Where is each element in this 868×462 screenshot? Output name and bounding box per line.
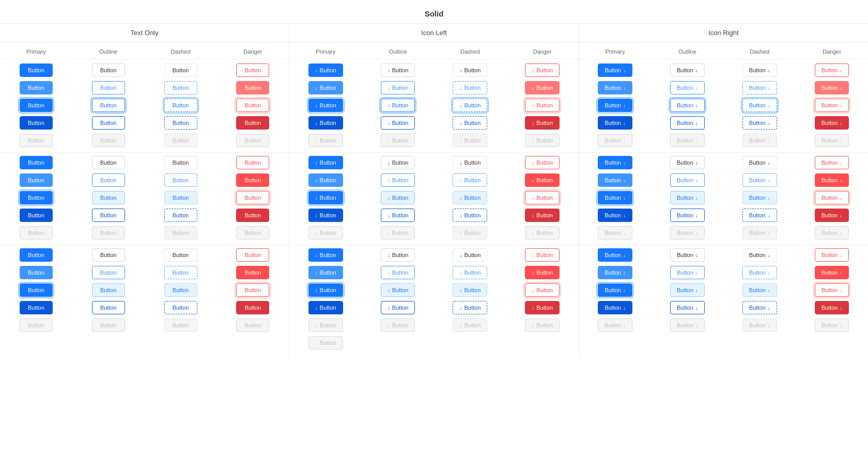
btn-ir-primary-2[interactable]: Button ↓ — [598, 81, 632, 94]
btn-il-danger-13[interactable]: ↓ Button — [525, 283, 560, 297]
btn-dashed-3[interactable]: Button — [164, 248, 197, 262]
btn-dashed-focus-2[interactable]: Button — [164, 191, 197, 204]
btn-dashed-2[interactable]: Button — [164, 156, 197, 169]
btn-il-danger-3[interactable]: ↓ Button — [525, 99, 560, 112]
btn-ir-primary-8[interactable]: Button ↓ — [598, 191, 632, 204]
btn-primary-active-2[interactable]: Button — [20, 209, 53, 222]
btn-il-outline-3[interactable]: ↓ Button — [381, 99, 415, 112]
btn-primary-2[interactable]: Button — [20, 156, 53, 169]
btn-il-primary-14[interactable]: ↓ Button — [308, 301, 343, 314]
btn-outline-active[interactable]: Button — [92, 116, 125, 130]
btn-ir-dashed-6[interactable]: Button ↓ — [742, 156, 777, 169]
btn-danger-2[interactable]: Button — [236, 156, 269, 169]
btn-il-primary-4[interactable]: ↓ Button — [308, 116, 343, 130]
btn-ir-outline-12[interactable]: Button ↓ — [670, 266, 705, 279]
btn-ir-danger-13[interactable]: Button ↓ — [815, 283, 849, 297]
btn-il-danger-2[interactable]: ↓ Button — [525, 81, 560, 94]
btn-danger-focus-3[interactable]: Button — [236, 283, 269, 297]
btn-il-outline-14[interactable]: ↓ Button — [381, 301, 415, 314]
btn-ir-primary-12[interactable]: Button ↓ — [598, 266, 632, 279]
btn-danger-active[interactable]: Button — [236, 116, 269, 130]
btn-danger-default[interactable]: Button — [236, 63, 269, 77]
btn-primary-active-3[interactable]: Button — [20, 301, 53, 314]
btn-ir-primary-1[interactable]: Button ↓ — [598, 63, 632, 77]
btn-outline-hover-3[interactable]: Button — [92, 266, 125, 279]
btn-outline-hover[interactable]: Button — [92, 81, 125, 94]
btn-dashed-hover-2[interactable]: Button — [164, 173, 197, 187]
btn-danger-hover[interactable]: Button — [236, 81, 269, 94]
btn-il-danger-1[interactable]: ↓ Button — [525, 63, 560, 77]
btn-ir-outline-6[interactable]: Button ↓ — [670, 156, 705, 169]
btn-ir-primary-11[interactable]: Button ↓ — [598, 248, 632, 262]
btn-ir-dashed-13[interactable]: Button ↓ — [742, 283, 777, 297]
btn-outline-active-3[interactable]: Button — [92, 301, 125, 314]
btn-ir-danger-11[interactable]: Button ↓ — [815, 248, 849, 262]
btn-ir-dashed-7[interactable]: Button ↓ — [742, 173, 777, 187]
btn-dashed-default[interactable]: Button — [164, 63, 197, 77]
btn-il-outline-13[interactable]: ↓ Button — [381, 283, 415, 297]
btn-il-primary-6[interactable]: ↓ Button — [308, 156, 343, 169]
btn-ir-primary-4[interactable]: Button ↓ — [598, 116, 632, 130]
btn-ir-dashed-4[interactable]: Button ↓ — [742, 116, 777, 130]
btn-primary-hover-2[interactable]: Button — [20, 173, 53, 187]
btn-dashed-focus[interactable]: Button — [164, 99, 197, 112]
btn-il-outline-9[interactable]: ↓ Button — [381, 209, 415, 222]
btn-il-primary-13[interactable]: ↓ Button — [308, 283, 343, 297]
btn-primary-active[interactable]: Button — [20, 116, 53, 130]
btn-primary-focus-3[interactable]: Button — [20, 283, 53, 297]
btn-ir-danger-12[interactable]: Button ↓ — [815, 266, 849, 279]
btn-ir-outline-3[interactable]: Button ↓ — [670, 99, 705, 112]
btn-il-danger-12[interactable]: ↓ Button — [525, 266, 560, 279]
btn-il-dashed-2[interactable]: ↓ Button — [453, 81, 487, 94]
btn-primary-hover[interactable]: Button — [20, 81, 53, 94]
btn-ir-danger-9[interactable]: Button ↓ — [815, 209, 849, 222]
btn-danger-3[interactable]: Button — [236, 248, 269, 262]
btn-ir-primary-6[interactable]: Button ↓ — [598, 156, 632, 169]
btn-il-outline-1[interactable]: ↓ Button — [381, 63, 415, 77]
btn-ir-danger-6[interactable]: Button ↓ — [815, 156, 849, 169]
btn-outline-default[interactable]: Button — [92, 63, 125, 77]
btn-ir-danger-14[interactable]: Button ↓ — [815, 301, 849, 314]
btn-il-danger-14[interactable]: ↓ Button — [525, 301, 560, 314]
btn-ir-outline-1[interactable]: Button ↓ — [670, 63, 705, 77]
btn-ir-outline-7[interactable]: Button ↓ — [670, 173, 705, 187]
btn-ir-primary-13[interactable]: Button ↓ — [598, 283, 632, 297]
btn-il-outline-6[interactable]: ↓ Button — [381, 156, 415, 169]
btn-primary-hover-3[interactable]: Button — [20, 266, 53, 279]
btn-il-dashed-3[interactable]: ↓ Button — [453, 99, 487, 112]
btn-danger-filled-3[interactable]: Button — [236, 266, 269, 279]
btn-il-dashed-14[interactable]: ↓ Button — [453, 301, 487, 314]
btn-dashed-hover-3[interactable]: Button — [164, 266, 197, 279]
btn-il-outline-8[interactable]: ↓ Button — [381, 191, 415, 204]
btn-dashed-active-2[interactable]: Button — [164, 209, 197, 222]
btn-il-dashed-8[interactable]: ↓ Button — [453, 191, 487, 204]
btn-ir-danger-4[interactable]: Button ↓ — [815, 116, 849, 130]
btn-ir-dashed-11[interactable]: Button ↓ — [742, 248, 777, 262]
btn-ir-outline-11[interactable]: Button ↓ — [670, 248, 705, 262]
btn-il-dashed-6[interactable]: ↓ Button — [453, 156, 487, 169]
btn-il-dashed-11[interactable]: ↓ Button — [453, 248, 487, 262]
btn-ir-dashed-12[interactable]: Button ↓ — [742, 266, 777, 279]
btn-il-outline-2[interactable]: ↓ Button — [381, 81, 415, 94]
btn-ir-dashed-9[interactable]: Button ↓ — [742, 209, 777, 222]
btn-primary-default[interactable]: Button — [20, 63, 53, 77]
btn-ir-outline-4[interactable]: Button ↓ — [670, 116, 705, 130]
btn-outline-3[interactable]: Button — [92, 248, 125, 262]
btn-ir-outline-2[interactable]: Button ↓ — [670, 81, 705, 94]
btn-ir-outline-13[interactable]: Button ↓ — [670, 283, 705, 297]
btn-dashed-focus-3[interactable]: Button — [164, 283, 197, 297]
btn-outline-2[interactable]: Button — [92, 156, 125, 169]
btn-il-primary-11[interactable]: ↓ Button — [308, 248, 343, 262]
btn-ir-primary-7[interactable]: Button ↓ — [598, 173, 632, 187]
btn-il-primary-2[interactable]: ↓ Button — [308, 81, 343, 94]
btn-dashed-active[interactable]: Button — [164, 116, 197, 130]
btn-il-danger-9[interactable]: ↓ Button — [525, 209, 560, 222]
btn-ir-danger-1[interactable]: Button ↓ — [815, 63, 849, 77]
btn-ir-outline-9[interactable]: Button ↓ — [670, 209, 705, 222]
btn-il-danger-4[interactable]: ↓ Button — [525, 116, 560, 130]
btn-il-dashed-4[interactable]: ↓ Button — [453, 116, 487, 130]
btn-dashed-hover[interactable]: Button — [164, 81, 197, 94]
btn-il-primary-1[interactable]: ↓ Button — [308, 63, 343, 77]
btn-danger-filled-2[interactable]: Button — [236, 173, 269, 187]
btn-outline-hover-2[interactable]: Button — [92, 173, 125, 187]
